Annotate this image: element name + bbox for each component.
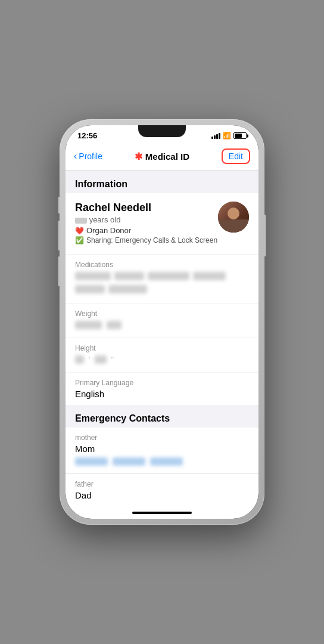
primary-language-field: Primary Language English: [66, 373, 258, 405]
mother-phone-row: ██████ ██████ ██████: [75, 456, 249, 467]
signal-bars-icon: [211, 133, 220, 139]
medications-section: Medications ██████ █████ ███████ ██████ …: [66, 255, 258, 303]
weight-section: Weight ████ ██: [66, 304, 258, 338]
profile-info-text: Rachel Needell years old ❤️ Organ Donor …: [75, 202, 218, 246]
weight-field: Weight ████ ██: [66, 304, 258, 338]
home-indicator[interactable]: [66, 507, 258, 519]
organ-donor-row: ❤️ Organ Donor: [75, 226, 218, 235]
profile-name: Rachel Needell: [75, 202, 218, 214]
status-icons: 📶: [211, 132, 247, 140]
mother-relationship-label: mother: [75, 434, 249, 442]
profile-info-card: Rachel Needell years old ❤️ Organ Donor …: [66, 193, 258, 254]
edit-button[interactable]: Edit: [222, 148, 250, 164]
height-field: Height █ ' ██ ": [66, 338, 258, 372]
medications-value: ██████ █████ ███████ ██████ █████ ██████: [75, 271, 249, 295]
battery-icon: [233, 132, 247, 139]
status-time: 12:56: [77, 131, 97, 140]
father-contact-card: father Dad: [66, 474, 258, 507]
primary-language-section: Primary Language English: [66, 373, 258, 405]
height-section: Height █ ' ██ ": [66, 338, 258, 372]
father-name: Dad: [75, 490, 249, 500]
back-label: Profile: [79, 151, 102, 161]
page-title: ✱ Medical ID: [135, 151, 189, 162]
nav-bar: ‹ Profile ✱ Medical ID Edit: [66, 144, 258, 171]
sharing-label: Sharing: Emergency Calls & Lock Screen: [86, 236, 217, 244]
weight-label: Weight: [75, 309, 249, 318]
chevron-left-icon: ‹: [74, 151, 77, 162]
wifi-icon: 📶: [223, 132, 231, 140]
check-circle-icon: ✅: [75, 236, 84, 244]
weight-value: ████ ██: [75, 320, 249, 332]
mother-contact-row: mother Mom ██████ ██████ ██████: [66, 428, 258, 473]
emergency-contacts-header: Emergency Contacts: [66, 405, 258, 428]
back-button[interactable]: ‹ Profile: [74, 151, 102, 162]
home-bar: [132, 512, 192, 514]
information-section-header: Information: [66, 171, 258, 193]
mother-name: Mom: [75, 444, 249, 454]
father-contact-row: father Dad: [66, 474, 258, 507]
heart-icon: ❤️: [75, 227, 84, 235]
profile-age: years old: [75, 215, 218, 224]
primary-language-value: English: [75, 389, 249, 399]
avatar: [218, 202, 249, 233]
primary-language-label: Primary Language: [75, 379, 249, 387]
title-text: Medical ID: [145, 151, 189, 162]
height-value: █ ' ██ ": [75, 354, 249, 366]
mother-contact-card: mother Mom ██████ ██████ ██████: [66, 428, 258, 473]
medications-field: Medications ██████ █████ ███████ ██████ …: [66, 255, 258, 303]
content-scroll[interactable]: Information Rachel Needell years old ❤️ …: [66, 171, 258, 507]
father-relationship-label: father: [75, 480, 249, 488]
sharing-row: ✅ Sharing: Emergency Calls & Lock Screen: [75, 236, 218, 244]
height-label: Height: [75, 344, 249, 352]
medical-asterisk-icon: ✱: [135, 151, 142, 162]
organ-donor-label: Organ Donor: [86, 226, 131, 235]
medications-label: Medications: [75, 261, 249, 269]
